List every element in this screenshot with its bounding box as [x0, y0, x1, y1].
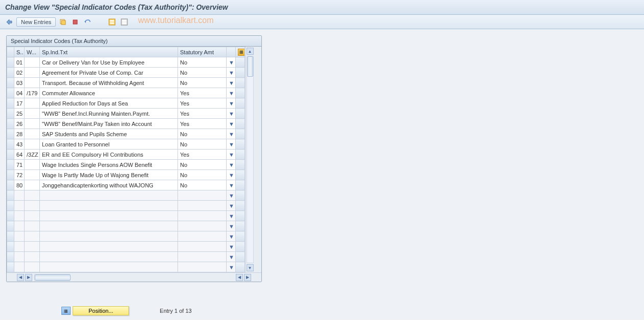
row-selector[interactable] — [7, 109, 14, 119]
cell-txt[interactable]: Car or Delivery Van for Use by Employee — [40, 57, 178, 68]
cell-s[interactable]: 28 — [14, 129, 25, 139]
cell-stat[interactable]: No — [178, 180, 227, 190]
cell-w[interactable] — [25, 119, 40, 129]
col-header-w[interactable]: W... — [25, 47, 40, 57]
cell-stat[interactable] — [178, 190, 227, 201]
cell-stat[interactable]: Yes — [178, 119, 227, 129]
dropdown-icon[interactable]: ▼ — [227, 201, 236, 211]
cell-stat[interactable] — [178, 201, 227, 211]
cell-s[interactable]: 80 — [14, 180, 25, 190]
cell-w[interactable] — [25, 211, 40, 221]
position-button[interactable]: Position... — [73, 306, 129, 315]
cell-w[interactable] — [25, 252, 40, 262]
scroll-track[interactable] — [247, 56, 254, 263]
cell-txt[interactable]: Applied Reduction for Days at Sea — [40, 98, 178, 109]
dropdown-icon[interactable]: ▼ — [227, 170, 236, 180]
hscroll-track[interactable] — [34, 274, 70, 281]
cell-txt[interactable]: "WWB" Benef.Incl.Running Mainten.Paymt. — [40, 109, 178, 119]
cell-txt[interactable]: SAP Students and Pupils Scheme — [40, 129, 178, 139]
cell-s[interactable] — [14, 252, 25, 262]
scroll-left-icon[interactable]: ◀ — [17, 274, 24, 281]
cell-w[interactable] — [25, 57, 40, 68]
hscroll-thumb[interactable] — [35, 274, 71, 281]
dropdown-icon[interactable]: ▼ — [227, 242, 236, 252]
horizontal-scrollbar[interactable]: ◀ ▶ ◀ ▶ — [7, 272, 261, 282]
row-selector[interactable] — [7, 68, 14, 78]
dropdown-icon[interactable]: ▼ — [227, 139, 236, 150]
select-all-icon[interactable] — [107, 17, 117, 27]
vertical-scrollbar[interactable]: ▲ ▼ — [245, 47, 254, 272]
cell-stat[interactable] — [178, 242, 227, 252]
row-selector[interactable] — [7, 129, 14, 139]
scroll-down-icon[interactable]: ▼ — [247, 264, 254, 271]
row-selector[interactable] — [7, 231, 14, 242]
cell-txt[interactable] — [40, 262, 178, 272]
cell-w[interactable] — [25, 221, 40, 231]
cell-stat[interactable]: No — [178, 57, 227, 68]
dropdown-icon[interactable]: ▼ — [227, 150, 236, 160]
cell-txt[interactable] — [40, 211, 178, 221]
cell-w[interactable] — [25, 190, 40, 201]
dropdown-icon[interactable]: ▼ — [227, 190, 236, 201]
row-selector[interactable] — [7, 242, 14, 252]
cell-stat[interactable]: Yes — [178, 150, 227, 160]
cell-w[interactable] — [25, 129, 40, 139]
cell-stat[interactable]: No — [178, 170, 227, 180]
cell-w[interactable] — [25, 68, 40, 78]
cell-stat[interactable] — [178, 221, 227, 231]
row-selector[interactable] — [7, 262, 14, 272]
cell-w[interactable]: /3ZZ — [25, 150, 40, 160]
row-selector[interactable] — [7, 88, 14, 98]
cell-txt[interactable]: Agreement for Private Use of Comp. Car — [40, 68, 178, 78]
dropdown-icon[interactable]: ▼ — [227, 231, 236, 242]
cell-w[interactable]: /179 — [25, 88, 40, 98]
cell-txt[interactable] — [40, 252, 178, 262]
cell-stat[interactable]: No — [178, 78, 227, 88]
cell-txt[interactable] — [40, 190, 178, 201]
cell-txt[interactable]: Wage Includes Single Persons AOW Benefit — [40, 160, 178, 170]
cell-txt[interactable] — [40, 201, 178, 211]
dropdown-icon[interactable]: ▼ — [227, 252, 236, 262]
cell-txt[interactable] — [40, 242, 178, 252]
row-selector[interactable] — [7, 211, 14, 221]
cell-s[interactable] — [14, 221, 25, 231]
dropdown-icon[interactable]: ▼ — [227, 98, 236, 109]
deselect-all-icon[interactable] — [119, 17, 129, 27]
row-selector[interactable] — [7, 150, 14, 160]
cell-w[interactable] — [25, 231, 40, 242]
row-selector[interactable] — [7, 252, 14, 262]
cell-s[interactable]: 01 — [14, 57, 25, 68]
undo-icon[interactable] — [82, 17, 93, 27]
scroll-right-icon[interactable]: ▶ — [244, 274, 251, 281]
cell-s[interactable] — [14, 211, 25, 221]
cell-stat[interactable]: Yes — [178, 88, 227, 98]
cell-s[interactable]: 03 — [14, 78, 25, 88]
cell-txt[interactable]: ER and EE Compulsory HI Contributions — [40, 150, 178, 160]
cell-txt[interactable]: Commuter Allowance — [40, 88, 178, 98]
cell-stat[interactable] — [178, 252, 227, 262]
cell-s[interactable]: 64 — [14, 150, 25, 160]
cell-s[interactable]: 04 — [14, 88, 25, 98]
cell-w[interactable] — [25, 78, 40, 88]
col-config-icon[interactable]: ▦ — [236, 47, 245, 57]
cell-w[interactable] — [25, 180, 40, 190]
dropdown-icon[interactable]: ▼ — [227, 180, 236, 190]
copy-icon[interactable] — [58, 17, 68, 27]
dropdown-icon[interactable]: ▼ — [227, 119, 236, 129]
row-selector[interactable] — [7, 160, 14, 170]
cell-stat[interactable]: No — [178, 129, 227, 139]
cell-stat[interactable] — [178, 211, 227, 221]
dropdown-icon[interactable]: ▼ — [227, 78, 236, 88]
cell-txt[interactable] — [40, 221, 178, 231]
row-selector[interactable] — [7, 170, 14, 180]
cell-w[interactable] — [25, 170, 40, 180]
cell-s[interactable]: 43 — [14, 139, 25, 150]
cell-w[interactable] — [25, 98, 40, 109]
new-entries-button[interactable]: New Entries — [16, 17, 56, 27]
cell-txt[interactable]: "WWB" Benef/Maint.Pay Taken into Account — [40, 119, 178, 129]
cell-s[interactable] — [14, 262, 25, 272]
row-selector[interactable] — [7, 57, 14, 68]
row-selector[interactable] — [7, 180, 14, 190]
cell-w[interactable] — [25, 139, 40, 150]
toggle-icon[interactable] — [4, 17, 14, 27]
